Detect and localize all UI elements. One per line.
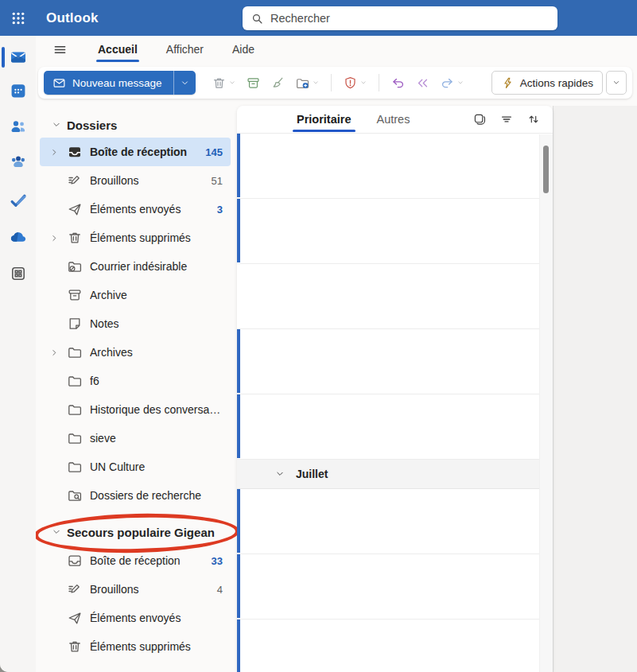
- folder-section-label: Dossiers: [67, 118, 117, 132]
- folder-label: Notes: [90, 317, 223, 330]
- undo-button[interactable]: [386, 72, 410, 95]
- message-item[interactable]: [237, 489, 553, 554]
- new-message-dropdown[interactable]: [173, 71, 196, 95]
- chevron-down-icon: [456, 79, 464, 87]
- folder-row[interactable]: Archives: [40, 338, 231, 367]
- folder-row[interactable]: Dossiers de recherche: [40, 481, 231, 510]
- message-item[interactable]: [237, 199, 553, 264]
- rail-item-onedrive[interactable]: [0, 225, 36, 249]
- folder-row[interactable]: Brouillons51: [40, 166, 231, 195]
- folder-row[interactable]: Archive: [40, 281, 231, 309]
- message-item[interactable]: [237, 134, 553, 199]
- folder-row[interactable]: Notes: [40, 309, 231, 338]
- ribbon-tab-accueil[interactable]: Accueil: [87, 37, 149, 63]
- app-launcher-button[interactable]: [0, 0, 37, 36]
- ribbon-tab-aide[interactable]: Aide: [221, 37, 266, 63]
- folder-section-header[interactable]: Secours populaire Gigean: [40, 518, 231, 546]
- quick-actions-dropdown[interactable]: [606, 71, 627, 95]
- message-item[interactable]: [237, 264, 553, 329]
- folder-pane: DossiersBoîte de réception145Brouillons5…: [36, 106, 237, 672]
- folder-label: Éléments supprimés: [90, 231, 223, 244]
- folder-row[interactable]: Boîte de réception33: [40, 546, 231, 575]
- message-item[interactable]: [237, 554, 553, 620]
- unread-indicator: [237, 134, 240, 197]
- folder-row[interactable]: Éléments supprimés: [40, 223, 231, 252]
- chevron-right-icon: [49, 147, 60, 157]
- trash-icon: [67, 230, 83, 246]
- trash-button[interactable]: [207, 72, 241, 95]
- archive-button[interactable]: [241, 72, 266, 95]
- folder-row[interactable]: sieve: [40, 424, 231, 453]
- shield-button[interactable]: [338, 72, 372, 95]
- trash-icon: [67, 639, 83, 655]
- note-icon: [67, 316, 83, 332]
- hamburger-button[interactable]: [47, 39, 72, 61]
- chevron-right-icon: [49, 348, 60, 358]
- list-tab-autres[interactable]: Autres: [373, 107, 414, 133]
- unread-count: 51: [212, 175, 223, 187]
- message-item[interactable]: [237, 329, 553, 394]
- group-header[interactable]: Juillet: [237, 460, 553, 489]
- ribbon-tab-afficher[interactable]: Afficher: [155, 37, 215, 63]
- calendar-icon: [9, 81, 28, 100]
- message-list: Juillet: [237, 134, 553, 672]
- sort-button[interactable]: [522, 109, 545, 130]
- people-icon: [9, 117, 28, 136]
- unread-indicator: [237, 199, 240, 262]
- folder-label: Archives: [90, 346, 223, 359]
- rail-item-groups[interactable]: [0, 150, 36, 174]
- expand-chevron[interactable]: [49, 233, 67, 243]
- new-message-button[interactable]: Nouveau message: [44, 71, 173, 95]
- rail-item-people[interactable]: [0, 115, 36, 138]
- unread-indicator: [237, 554, 240, 618]
- folder-row[interactable]: Brouillons4: [40, 575, 231, 604]
- folder-row[interactable]: Courrier indésirable: [40, 252, 231, 281]
- search-input[interactable]: [270, 12, 550, 25]
- rail-item-calendar[interactable]: [0, 79, 36, 103]
- scrollbar-track[interactable]: [539, 134, 553, 672]
- folder-row[interactable]: UN Culture: [40, 453, 231, 481]
- toolbar-row: Nouveau message Actions rapides: [36, 64, 637, 106]
- folder-section-header[interactable]: Dossiers: [40, 112, 231, 138]
- folder-add-button[interactable]: [290, 72, 324, 95]
- unread-indicator: [237, 394, 240, 458]
- search-box[interactable]: [243, 6, 557, 30]
- rail-item-mail[interactable]: [0, 45, 36, 69]
- folder-label: Boîte de réception: [90, 146, 199, 158]
- group-label: Juillet: [296, 468, 328, 480]
- folder-label: Courrier indésirable: [90, 260, 223, 273]
- redo-button[interactable]: [435, 72, 469, 95]
- folder-row[interactable]: Éléments envoyés3: [40, 195, 231, 223]
- folder-label: Archive: [90, 289, 223, 301]
- rail-item-todo[interactable]: [0, 188, 36, 212]
- outlook-window: Outlook AccueilAfficherAide: [0, 0, 637, 672]
- archive-icon: [67, 287, 83, 303]
- app-title: Outlook: [46, 10, 99, 26]
- scrollbar-thumb[interactable]: [543, 146, 549, 193]
- hamburger-icon: [52, 42, 68, 57]
- rail-item-apps[interactable]: [0, 262, 36, 286]
- envelope-icon: [52, 76, 66, 90]
- expand-chevron[interactable]: [49, 147, 67, 157]
- draft-icon: [67, 173, 83, 188]
- undo-all-button[interactable]: [410, 72, 435, 95]
- folder-row[interactable]: Boîte de réception145: [40, 138, 231, 166]
- filter-button[interactable]: [495, 109, 518, 130]
- select-messages-button[interactable]: [468, 109, 491, 130]
- message-item[interactable]: [237, 394, 553, 460]
- folder-label: Éléments envoyés: [90, 203, 211, 216]
- list-tab-prioritaire[interactable]: Prioritaire: [293, 107, 355, 133]
- sweep-button[interactable]: [266, 72, 290, 95]
- folder-row[interactable]: f6: [40, 367, 231, 395]
- folder-row[interactable]: Éléments supprimés: [40, 632, 231, 661]
- sweep-icon: [270, 76, 285, 91]
- folder-row[interactable]: Éléments envoyés: [40, 604, 231, 632]
- folder-row[interactable]: Historique des conversa…: [40, 395, 231, 424]
- quick-actions-button[interactable]: Actions rapides: [491, 71, 603, 95]
- undo-all-icon: [415, 76, 430, 91]
- folder-label: Éléments supprimés: [90, 640, 223, 653]
- folder-add-icon: [295, 76, 310, 91]
- folder-label: Boîte de réception: [90, 554, 205, 567]
- message-item[interactable]: [237, 620, 553, 672]
- expand-chevron[interactable]: [49, 348, 67, 358]
